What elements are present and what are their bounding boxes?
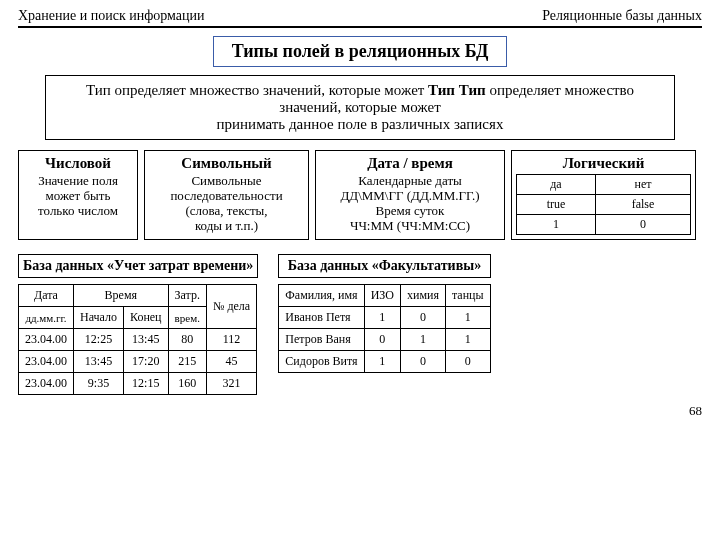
col-name: Фамилия, имя xyxy=(279,285,364,307)
type-heading: Дата / время xyxy=(322,155,498,172)
table-row: 23.04.00 13:45 17:20 215 45 xyxy=(19,351,257,373)
table-row: Иванов Петя 1 0 1 xyxy=(279,307,490,329)
col-time: Время xyxy=(74,285,169,307)
col-date-sub: дд.мм.гг. xyxy=(19,307,74,329)
col-chem: химия xyxy=(400,285,445,307)
table-row: 23.04.00 12:25 13:45 80 112 xyxy=(19,329,257,351)
db-time-table: Дата Время Затр. № дела дд.мм.гг. Начало… xyxy=(18,284,257,395)
table-row: Сидоров Витя 1 0 0 xyxy=(279,351,490,373)
cell: false xyxy=(595,195,690,215)
cell: true xyxy=(517,195,596,215)
type-date: Дата / время Календарные даты ДД\ММ\ГГ (… xyxy=(315,150,505,240)
type-desc: Символьные последовательности (слова, те… xyxy=(151,174,302,234)
type-desc: Календарные даты ДД\ММ\ГГ (ДД.ММ.ГГ.) Вр… xyxy=(322,174,498,234)
header-left: Хранение и поиск информации xyxy=(18,8,205,24)
db-title: База данных «Учет затрат времени» xyxy=(18,254,258,278)
col-date: Дата xyxy=(19,285,74,307)
logical-table: данет truefalse 10 xyxy=(516,174,691,235)
cell: 1 xyxy=(517,215,596,235)
cell: нет xyxy=(595,175,690,195)
types-row: Числовой Значение поля может быть только… xyxy=(18,150,702,240)
cell: 0 xyxy=(595,215,690,235)
col-dance: танцы xyxy=(445,285,490,307)
page-number: 68 xyxy=(18,403,702,419)
type-heading: Логический xyxy=(516,155,691,172)
type-numeric: Числовой Значение поля может быть только… xyxy=(18,150,138,240)
header-right: Реляционные базы данных xyxy=(542,8,702,24)
col-end: Конец xyxy=(123,307,168,329)
type-heading: Числовой xyxy=(25,155,131,172)
col-case: № дела xyxy=(206,285,256,329)
table-row: Петров Ваня 0 1 1 xyxy=(279,329,490,351)
cell: да xyxy=(517,175,596,195)
title-wrap: Типы полей в реляционных БД xyxy=(18,36,702,67)
type-symbol: Символьный Символьные последовательности… xyxy=(144,150,309,240)
desc-line: Тип определяет множество значений, котор… xyxy=(86,82,428,98)
type-desc: Значение поля может быть только числом xyxy=(25,174,131,219)
type-heading: Символьный xyxy=(151,155,302,172)
db-electives: База данных «Факультативы» Фамилия, имя … xyxy=(278,254,490,395)
col-start: Начало xyxy=(74,307,124,329)
databases-row: База данных «Учет затрат времени» Дата В… xyxy=(18,254,702,395)
db-electives-table: Фамилия, имя ИЗО химия танцы Иванов Петя… xyxy=(278,284,490,373)
desc-line1: Тип Тип определяет множество значений, к… xyxy=(428,82,459,98)
col-izo: ИЗО xyxy=(364,285,400,307)
col-spent-sub: врем. xyxy=(168,307,206,329)
page-title: Типы полей в реляционных БД xyxy=(213,36,508,67)
db-title: База данных «Факультативы» xyxy=(278,254,490,278)
db-time: База данных «Учет затрат времени» Дата В… xyxy=(18,254,258,395)
col-spent: Затр. xyxy=(168,285,206,307)
type-definition: Тип определяет множество значений, котор… xyxy=(45,75,674,140)
page-header: Хранение и поиск информации Реляционные … xyxy=(18,8,702,28)
table-row: 23.04.00 9:35 12:15 160 321 xyxy=(19,373,257,395)
type-logical: Логический данет truefalse 10 xyxy=(511,150,696,240)
